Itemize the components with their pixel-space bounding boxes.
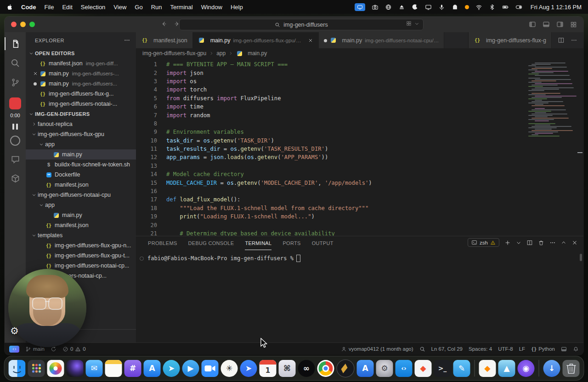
- dock-finder[interactable]: [9, 360, 26, 377]
- dock-chatgpt[interactable]: ✳: [221, 360, 238, 377]
- breadcrumb-item[interactable]: app: [216, 50, 226, 57]
- dock-zoom[interactable]: [202, 360, 219, 377]
- menu-app-name[interactable]: Code: [21, 4, 36, 11]
- display-icon[interactable]: [425, 4, 432, 11]
- maximize-panel-button[interactable]: [561, 240, 566, 245]
- tree-item[interactable]: app: [26, 139, 136, 149]
- terminal-dropdown-button[interactable]: [516, 240, 521, 245]
- tree-item[interactable]: {}manifest.json: [26, 220, 136, 230]
- status-search-button[interactable]: [419, 346, 425, 352]
- dock-app-store[interactable]: A: [144, 360, 161, 377]
- panel-more-actions-button[interactable]: [549, 239, 556, 246]
- new-terminal-button[interactable]: [504, 239, 511, 246]
- dock-video-call[interactable]: ▶: [182, 360, 199, 377]
- open-editor-item[interactable]: {}img-gen-diffusers-flux-g...: [26, 89, 136, 99]
- tree-item[interactable]: {}img-gen-diffusers-flux-gpu-n...: [26, 240, 136, 251]
- activitybar-explorer[interactable]: [5, 34, 26, 53]
- breadcrumb[interactable]: img-gen-diffusers-flux-gpuappmain.py: [136, 48, 583, 58]
- open-editor-item[interactable]: {}img-gen-diffusers-notaai-...: [26, 99, 136, 109]
- split-terminal-button[interactable]: [526, 239, 533, 246]
- split-editor-icon[interactable]: [558, 37, 565, 44]
- editor-tab[interactable]: {}manifest.json: [136, 32, 193, 48]
- menu-edit[interactable]: Edit: [62, 4, 72, 11]
- menu-help[interactable]: Help: [231, 4, 243, 11]
- more-actions-icon[interactable]: [571, 37, 577, 44]
- branch-indicator[interactable]: main: [25, 346, 45, 352]
- toggle-icon[interactable]: [515, 4, 522, 11]
- gear-icon[interactable]: ⚙: [10, 325, 19, 336]
- dock-media-app[interactable]: ▲: [498, 360, 515, 377]
- bluetooth-icon[interactable]: [489, 4, 496, 11]
- mic-icon[interactable]: [438, 4, 445, 11]
- tree-item[interactable]: fanout-replica: [26, 119, 136, 129]
- apple-logo-icon[interactable]: [6, 4, 13, 11]
- dock-dark-circle-app[interactable]: ∞: [298, 360, 315, 377]
- battery-icon[interactable]: [502, 4, 509, 11]
- breadcrumb-item[interactable]: main.py: [236, 50, 267, 57]
- open-editor-item[interactable]: {}manifest.jsonimg-gen-diff...: [26, 58, 136, 68]
- close-window-button[interactable]: [11, 22, 17, 27]
- dock-planner[interactable]: #: [124, 360, 141, 377]
- globe-icon[interactable]: [385, 4, 392, 11]
- panel-tab-output[interactable]: OUTPUT: [312, 236, 334, 250]
- dock-vscode[interactable]: ‹›: [396, 360, 413, 377]
- dock-dev-tool[interactable]: ⌘: [279, 360, 296, 377]
- kill-terminal-button[interactable]: [538, 239, 544, 246]
- dock-trash[interactable]: [563, 360, 580, 377]
- dock-calendar[interactable]: 1: [260, 360, 277, 377]
- tree-item[interactable]: main.py: [26, 149, 136, 160]
- menu-selection[interactable]: Selection: [81, 4, 105, 11]
- dock-system-settings[interactable]: ⚙: [376, 360, 393, 377]
- breadcrumb-item[interactable]: img-gen-diffusers-flux-gpu: [142, 50, 206, 57]
- moon-icon[interactable]: [412, 4, 418, 11]
- window-titlebar[interactable]: img-gen-diffusers: [5, 17, 583, 33]
- terminal-scrollbar[interactable]: [580, 254, 582, 261]
- open-editor-item[interactable]: main.pyimg-gen-diffusers...: [26, 79, 136, 89]
- panel-tab-problems[interactable]: PROBLEMS: [148, 236, 177, 250]
- dock-design-app[interactable]: ✎: [453, 360, 470, 377]
- toggle-secondary-sidebar-button[interactable]: [556, 21, 564, 28]
- activitybar-source-control[interactable]: [5, 73, 26, 92]
- toggle-sidebar-button[interactable]: [529, 21, 536, 28]
- recorder-camera-toggle[interactable]: [10, 136, 20, 146]
- camera-icon[interactable]: [372, 4, 379, 11]
- dock-docs-app[interactable]: A: [357, 360, 374, 377]
- tree-item[interactable]: templates: [26, 230, 136, 240]
- menu-view[interactable]: View: [113, 4, 126, 11]
- tree-item[interactable]: Dockerfile: [26, 170, 136, 180]
- toggle-panel-button[interactable]: [543, 21, 550, 28]
- problems-indicator[interactable]: 0 0: [62, 346, 86, 352]
- close-icon[interactable]: [308, 38, 313, 43]
- language-mode[interactable]: {} Python: [531, 346, 555, 352]
- wifi-icon[interactable]: [475, 4, 482, 11]
- eject-icon[interactable]: [398, 4, 405, 11]
- dock-messenger[interactable]: ➤: [240, 360, 257, 377]
- terminal[interactable]: fabio@Fabios-MacBook-Pro img-gen-diffuse…: [136, 250, 583, 343]
- status-extra-button[interactable]: [561, 346, 567, 352]
- tree-item[interactable]: main.py: [26, 210, 136, 220]
- tree-item[interactable]: {}manifest.json: [26, 180, 136, 190]
- encoding-setting[interactable]: UTF-8: [498, 346, 513, 352]
- cursor-position[interactable]: Ln 67, Col 29: [431, 346, 463, 352]
- dock-git-client[interactable]: ◆: [415, 360, 432, 377]
- activitybar-extensions[interactable]: [5, 169, 26, 188]
- editor-tab[interactable]: main.pyimg-gen-diffusers-notaai-cpu/…: [319, 32, 445, 48]
- editor-tab-right-group[interactable]: {}img-gen-diffusers-flux-g: [468, 32, 552, 48]
- dock-launchpad[interactable]: [28, 360, 45, 377]
- indentation-setting[interactable]: Spaces: 4: [469, 346, 492, 352]
- dock-photos[interactable]: [47, 360, 64, 377]
- menu-window[interactable]: Window: [201, 4, 222, 11]
- zoom-window-button[interactable]: [29, 22, 35, 27]
- menu-clock[interactable]: Fri Aug 1 12:16 PM: [531, 4, 582, 11]
- tree-item[interactable]: img-gen-diffusers-flux-gpu: [26, 129, 136, 139]
- recorder-stop-button[interactable]: [9, 97, 21, 109]
- recorder-pause-button[interactable]: [12, 124, 18, 130]
- navigate-back-button[interactable]: [161, 21, 167, 27]
- dock-terminal-app[interactable]: >_: [434, 360, 451, 377]
- chevron-down-icon[interactable]: [414, 21, 419, 26]
- remote-indicator[interactable]: [9, 346, 19, 353]
- activitybar-search[interactable]: [5, 53, 26, 73]
- editor-layout-icon[interactable]: [406, 21, 412, 26]
- tree-item[interactable]: $buildx-flux-schnell-w-token.sh: [26, 160, 136, 170]
- menu-go[interactable]: Go: [135, 4, 142, 11]
